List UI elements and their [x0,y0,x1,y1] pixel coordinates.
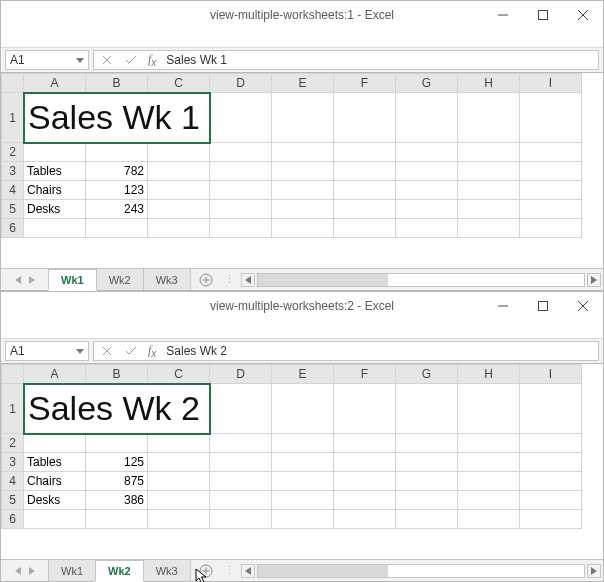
cell[interactable] [334,200,396,219]
cell[interactable] [520,181,582,200]
row-header[interactable]: 1 [2,93,24,143]
cell[interactable] [334,162,396,181]
cell[interactable] [210,491,272,510]
cell[interactable] [396,181,458,200]
cell[interactable] [210,472,272,491]
cell[interactable] [86,434,148,453]
cell[interactable] [334,491,396,510]
col-header[interactable]: B [86,74,148,93]
cell[interactable] [458,93,520,143]
cell[interactable]: Desks [24,491,86,510]
cell[interactable] [210,384,272,434]
cell[interactable] [396,93,458,143]
cell[interactable]: Chairs [24,472,86,491]
new-sheet-button[interactable] [191,269,221,290]
cell[interactable] [396,472,458,491]
cell[interactable] [396,510,458,529]
sheet-tab-wk3[interactable]: Wk3 [143,560,191,581]
row-header[interactable]: 4 [2,472,24,491]
col-header[interactable]: C [148,74,210,93]
col-header[interactable]: E [272,365,334,384]
cell[interactable] [86,143,148,162]
cell[interactable] [210,434,272,453]
cell[interactable]: Tables [24,162,86,181]
horizontal-scrollbar[interactable] [239,560,603,581]
col-header[interactable]: C [148,365,210,384]
cell[interactable] [396,434,458,453]
formula-input[interactable]: fx Sales Wk 2 [93,341,599,361]
row-header[interactable]: 1 [2,384,24,434]
cell[interactable] [148,491,210,510]
col-header[interactable]: A [24,74,86,93]
row-header[interactable]: 4 [2,181,24,200]
grid-area[interactable]: A B C D E F G H I 1 Sales Wk 2 2 3 T [1,364,603,559]
cell[interactable] [520,143,582,162]
cell[interactable]: 243 [86,200,148,219]
cell[interactable] [334,181,396,200]
cell[interactable] [520,200,582,219]
cell[interactable] [334,453,396,472]
cell[interactable] [210,200,272,219]
cell[interactable] [210,181,272,200]
cell[interactable] [210,510,272,529]
scroll-thumb[interactable] [258,274,389,286]
cell[interactable] [334,434,396,453]
row-header[interactable]: 2 [2,143,24,162]
cell[interactable] [272,384,334,434]
cell[interactable] [458,200,520,219]
cell[interactable] [458,434,520,453]
row-header[interactable]: 3 [2,162,24,181]
cell[interactable]: Tables [24,453,86,472]
fx-icon[interactable]: fx [148,52,156,68]
spreadsheet-grid[interactable]: A B C D E F G H I 1 Sales Wk 1 2 3 T [1,73,582,238]
cell[interactable] [272,491,334,510]
cell[interactable] [334,143,396,162]
grid-area[interactable]: A B C D E F G H I 1 Sales Wk 1 2 3 T [1,73,603,268]
cell[interactable] [210,143,272,162]
cell[interactable] [334,472,396,491]
titlebar[interactable]: view-multiple-worksheets:1 - Excel [1,1,603,29]
cell[interactable] [396,143,458,162]
col-header[interactable]: D [210,74,272,93]
maximize-button[interactable] [523,1,563,29]
cell[interactable] [272,93,334,143]
minimize-button[interactable] [483,1,523,29]
cell[interactable] [334,510,396,529]
minimize-button[interactable] [483,292,523,320]
spreadsheet-grid[interactable]: A B C D E F G H I 1 Sales Wk 2 2 3 T [1,364,582,529]
cell[interactable] [86,510,148,529]
tab-nav[interactable] [1,560,49,581]
row-header[interactable]: 2 [2,434,24,453]
enter-icon[interactable] [124,346,138,356]
name-box[interactable]: A1 [5,50,89,70]
cell[interactable] [520,491,582,510]
cell[interactable] [520,510,582,529]
cell[interactable] [210,453,272,472]
cell[interactable]: 125 [86,453,148,472]
cell[interactable] [396,453,458,472]
cell[interactable] [520,93,582,143]
cancel-icon[interactable] [100,346,114,356]
col-header[interactable]: I [520,365,582,384]
select-all-corner[interactable] [2,74,24,93]
cell[interactable] [210,219,272,238]
cell[interactable] [458,162,520,181]
maximize-button[interactable] [523,292,563,320]
cell[interactable] [458,143,520,162]
cell[interactable]: Desks [24,200,86,219]
cell[interactable] [148,200,210,219]
cell[interactable] [396,384,458,434]
cell[interactable] [272,219,334,238]
cell[interactable] [520,384,582,434]
scroll-track[interactable] [257,273,585,287]
close-button[interactable] [563,1,603,29]
cell[interactable] [334,93,396,143]
close-button[interactable] [563,292,603,320]
cell[interactable] [148,510,210,529]
name-box[interactable]: A1 [5,341,89,361]
sheet-tab-wk1[interactable]: Wk1 [48,560,96,581]
scroll-left-icon[interactable] [241,564,255,578]
cell[interactable] [24,219,86,238]
cell[interactable]: 875 [86,472,148,491]
cell[interactable] [24,143,86,162]
